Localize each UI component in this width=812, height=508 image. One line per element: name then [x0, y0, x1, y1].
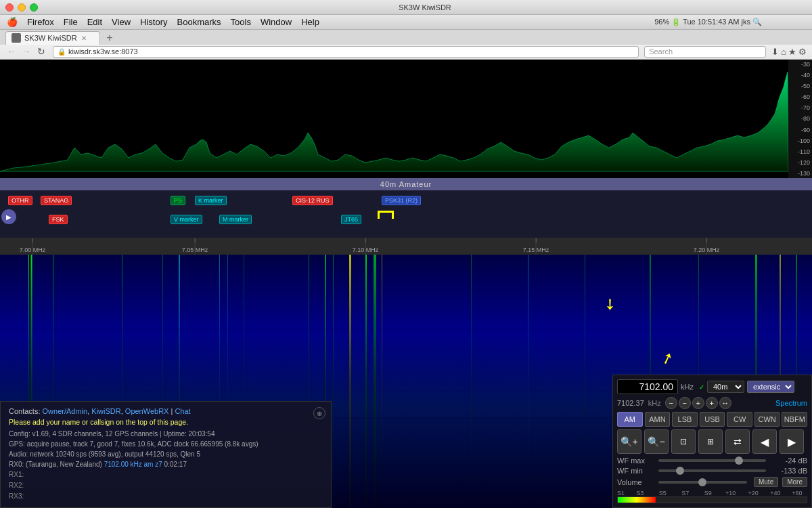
forward-button[interactable]: →	[20, 46, 32, 57]
maximize-button[interactable]	[30, 3, 38, 12]
rx1-line: RX1:	[9, 469, 323, 480]
smeter-p60-label: +60	[787, 490, 807, 496]
menu-apple[interactable]: 🍎	[7, 17, 18, 27]
action-row: 🔍+ 🔍− ⊡ ⊞ ⇄ ◀ ▶	[617, 429, 807, 454]
menu-bar: 🍎 Firefox File Edit View History Bookmar…	[0, 15, 812, 30]
svg-rect-33	[382, 255, 382, 508]
expand-button[interactable]: ⊕	[313, 407, 325, 419]
menu-bookmarks[interactable]: Bookmarks	[177, 17, 221, 27]
menu-help[interactable]: Help	[301, 17, 319, 27]
rx0-freq: 7102.00 kHz am z7	[104, 461, 162, 468]
shrink-action[interactable]: ⊡	[671, 429, 696, 454]
spectrum-label[interactable]: Spectrum	[775, 399, 807, 407]
zoom-out-action[interactable]: 🔍−	[644, 429, 669, 454]
lock-icon: 🔒	[58, 48, 66, 56]
mode-am[interactable]: AM	[617, 412, 643, 427]
marker-cis12[interactable]: CIS-12 RUS	[292, 196, 333, 205]
volume-track[interactable]	[658, 481, 747, 484]
marker-area: ▶ OTHR STANAG PS K marker CIS-12 RUS PSK…	[0, 190, 812, 238]
waterfall[interactable]: ➘ ➚ Contacts: Owner/Admin, KiwiSDR, Open…	[0, 255, 812, 508]
menu-file[interactable]: File	[64, 17, 78, 27]
freq-tick-700: 7.00 MHz	[20, 238, 46, 255]
marker-jt65[interactable]: JT65	[341, 215, 361, 224]
freq-display-row: 7102.37 kHz − − + + ↔ Spectrum	[617, 397, 807, 409]
minimize-button[interactable]	[18, 3, 26, 12]
back-button[interactable]: ←	[5, 46, 18, 57]
swap-action[interactable]: ⇄	[725, 429, 750, 454]
mode-lsb[interactable]: LSB	[672, 412, 698, 427]
menu-edit[interactable]: Edit	[87, 17, 102, 27]
home-icon[interactable]: ⌂	[781, 47, 786, 57]
reload-button[interactable]: ↻	[35, 46, 47, 57]
menu-firefox[interactable]: Firefox	[27, 17, 54, 27]
menu-view[interactable]: View	[112, 17, 131, 27]
band-label: 40m Amateur	[380, 180, 432, 188]
frequency-input[interactable]	[617, 379, 678, 394]
wf-max-value: -24 dB	[770, 457, 807, 465]
zoom-out2-button[interactable]: −	[679, 397, 691, 409]
openwebrx-link[interactable]: OpenWebRX	[125, 407, 169, 415]
marker-m[interactable]: M marker	[219, 215, 252, 224]
play-button[interactable]: ▶	[1, 209, 16, 224]
close-button[interactable]	[5, 3, 14, 12]
marker-othr[interactable]: OTHR	[8, 196, 32, 205]
extension-select[interactable]: extensic none	[747, 381, 794, 393]
kiwisdr-link[interactable]: KiwiSDR	[91, 407, 120, 415]
marker-k[interactable]: K marker	[195, 196, 227, 205]
ruler-ticks-svg	[0, 238, 812, 255]
marker-v[interactable]: V marker	[171, 215, 202, 224]
smeter-container: S1 S3 S5 S7 S9 +10 +20 +40 +60	[617, 490, 807, 503]
owner-link[interactable]: Owner/Admin	[43, 407, 88, 415]
svg-rect-32	[374, 255, 376, 508]
menu-window[interactable]: Window	[261, 17, 292, 27]
zoom-reset-button[interactable]: ↔	[719, 397, 731, 409]
gps-line: GPS: acquire pause, track 7, good 7, fix…	[9, 439, 323, 449]
wf-max-row: WF max -24 dB	[617, 457, 807, 465]
address-bar[interactable]: 🔒 kiwisdr.sk3w.se:8073	[53, 46, 639, 58]
next-action[interactable]: ▶	[780, 429, 804, 454]
wf-min-track[interactable]	[658, 469, 766, 472]
zoom-out-button[interactable]: −	[665, 397, 677, 409]
tab-close-button[interactable]: ✕	[81, 35, 87, 42]
mode-usb[interactable]: USB	[700, 412, 725, 427]
more-button[interactable]: More	[782, 477, 807, 487]
freq-tick-720: 7.20 MHz	[694, 238, 720, 255]
menu-tools[interactable]: Tools	[231, 17, 251, 27]
db-label-110: -110	[788, 148, 812, 155]
wf-max-track[interactable]	[658, 459, 766, 462]
marker-stanag[interactable]: STANAG	[41, 196, 72, 205]
mode-buttons: AM AMN LSB USB CW CWN NBFM	[617, 412, 807, 427]
mode-amn[interactable]: AMN	[645, 412, 671, 427]
settings-icon[interactable]: ⚙	[798, 47, 807, 57]
smeter-s1-label: S1	[617, 490, 628, 496]
zoom-in-button[interactable]: +	[692, 397, 704, 409]
mode-cw[interactable]: CW	[727, 412, 752, 427]
smeter-p40-label: +40	[765, 490, 786, 496]
mute-button[interactable]: Mute	[754, 477, 778, 487]
marker-ps[interactable]: PS	[171, 196, 185, 205]
marker-psk31[interactable]: PSK31 (R2)	[382, 196, 421, 205]
zoom-in2-button[interactable]: +	[706, 397, 718, 409]
mode-nbfm[interactable]: NBFM	[782, 412, 807, 427]
menu-history[interactable]: History	[140, 17, 167, 27]
new-tab-button[interactable]: +	[103, 31, 116, 45]
smeter-bar	[617, 496, 807, 503]
volume-thumb[interactable]	[698, 478, 706, 486]
prev-action[interactable]: ◀	[752, 429, 777, 454]
marker-fsk[interactable]: FSK	[49, 215, 68, 224]
tabs-row: SK3W KiwiSDR ✕ +	[0, 30, 812, 45]
active-tab[interactable]: SK3W KiwiSDR ✕	[5, 31, 100, 45]
svg-rect-34	[471, 255, 472, 508]
downloads-icon[interactable]: ⬇	[771, 47, 779, 57]
bookmark-icon[interactable]: ★	[788, 47, 796, 57]
band-select[interactable]: 40m 80m 20m	[707, 381, 744, 393]
chat-link[interactable]: Chat	[175, 407, 190, 415]
search-box[interactable]: Search	[644, 46, 766, 58]
mode-cwn[interactable]: CWN	[754, 412, 780, 427]
wf-min-thumb[interactable]	[676, 467, 684, 475]
zoom-in-action[interactable]: 🔍+	[617, 429, 641, 454]
wf-min-row: WF min -133 dB	[617, 467, 807, 475]
smeter-p10-label: +10	[720, 490, 742, 496]
expand-action[interactable]: ⊞	[698, 429, 723, 454]
wf-max-thumb[interactable]	[735, 457, 743, 465]
